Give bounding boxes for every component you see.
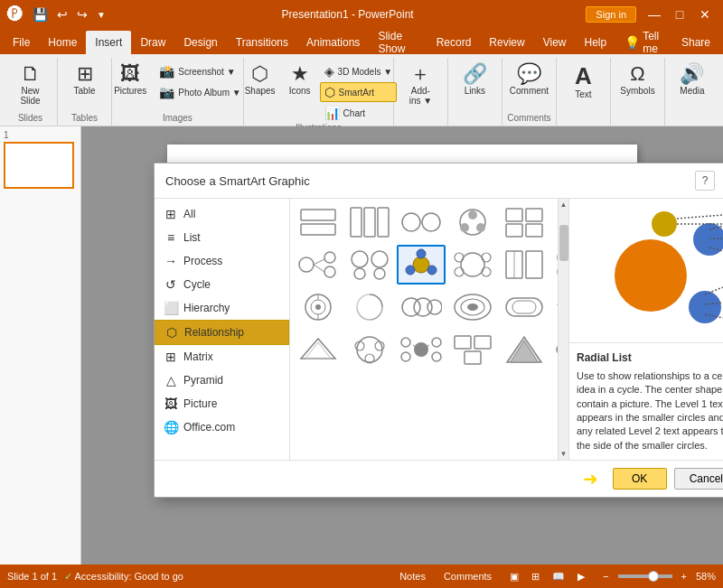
shape-item-6[interactable] (551, 202, 558, 242)
symbols-btn[interactable]: Ω Symbols (615, 61, 659, 98)
tab-review[interactable]: Review (480, 31, 533, 54)
chart-btn[interactable]: 📊 Chart (320, 103, 397, 123)
shape-item-23[interactable] (345, 330, 394, 369)
media-btn[interactable]: 🔊 Media (675, 61, 709, 98)
shape-item-12[interactable] (500, 245, 549, 285)
category-cycle[interactable]: ↺ Cycle (155, 273, 289, 296)
category-picture[interactable]: 🖼 Picture (155, 392, 289, 415)
comment-btn[interactable]: 💬 Comment (505, 61, 553, 98)
shape-item-3[interactable] (397, 202, 446, 242)
cancel-btn[interactable]: Cancel (674, 468, 723, 490)
shape-item-13[interactable] (551, 245, 558, 285)
close-btn[interactable]: ✕ (694, 5, 716, 23)
tab-slideshow[interactable]: Slide Show (369, 31, 427, 54)
shapes-scrollbar[interactable]: ▲ ▼ (558, 199, 568, 460)
svg-point-9 (460, 223, 469, 232)
notes-btn[interactable]: Notes (394, 569, 431, 583)
screenshot-btn[interactable]: 📸 Screenshot ▼ (155, 61, 245, 81)
category-pyramid[interactable]: △ Pyramid (155, 369, 289, 392)
svg-point-30 (427, 266, 437, 275)
shape-item-8[interactable] (294, 245, 343, 285)
dialog-close-btn[interactable]: ✕ (718, 171, 723, 191)
category-hierarchy[interactable]: ⬜ Hierarchy (155, 296, 289, 320)
shape-item-20[interactable] (551, 287, 558, 327)
customize-qat-btn[interactable]: ▼ (93, 8, 109, 22)
pictures-btn[interactable]: 🖼 Pictures (109, 61, 151, 98)
tab-design[interactable]: Design (174, 31, 226, 54)
zoom-in-btn[interactable]: + (676, 569, 692, 583)
addins-btn[interactable]: ＋ Add-ins ▼ (404, 61, 437, 108)
tab-home[interactable]: Home (39, 31, 86, 54)
links-btn[interactable]: 🔗 Links (458, 61, 492, 98)
tab-record[interactable]: Record (427, 31, 481, 54)
shape-item-1[interactable] (294, 202, 343, 242)
text-btn[interactable]: A Text (567, 61, 599, 102)
tab-tellme[interactable]: 💡Tell me (615, 31, 672, 54)
tab-share[interactable]: Share (672, 31, 719, 54)
undo-btn[interactable]: ↩ (53, 5, 71, 23)
icons-btn[interactable]: ★ Icons (284, 61, 316, 98)
svg-rect-11 (506, 209, 522, 221)
minimize-btn[interactable]: — (643, 5, 665, 23)
shape-item-4[interactable] (448, 202, 497, 242)
ribbon-group-addins: ＋ Add-ins ▼ (394, 58, 448, 126)
category-matrix[interactable]: ⊞ Matrix (155, 345, 289, 369)
table-btn[interactable]: ⊞ All Table (69, 61, 101, 98)
shape-item-10[interactable] (397, 245, 446, 285)
app-area: 1 Choose a SmartArt Graphic ? ✕ (0, 126, 723, 565)
shape-item-5[interactable] (500, 202, 549, 242)
category-relationship[interactable]: ⬡ Relationship (155, 320, 289, 345)
svg-rect-12 (526, 209, 542, 221)
tab-animations[interactable]: Animations (297, 31, 369, 54)
category-all[interactable]: ⊞ All (155, 202, 289, 226)
slide-thumbnail[interactable] (4, 142, 74, 189)
ribbon-group-text: A Text (557, 58, 611, 126)
slide-sorter-btn[interactable]: ⊞ (526, 569, 545, 584)
tab-view[interactable]: View (534, 31, 576, 54)
shape-item-19[interactable] (500, 287, 549, 327)
shape-item-15[interactable] (294, 287, 343, 327)
signin-btn[interactable]: Sign in (586, 6, 636, 23)
redo-btn[interactable]: ↪ (73, 5, 91, 23)
shape-item-9[interactable] (345, 245, 394, 285)
scroll-up-btn[interactable]: ▲ (559, 199, 568, 210)
svg-point-6 (422, 213, 440, 231)
shape-item-26[interactable] (500, 330, 549, 369)
tab-file[interactable]: File (4, 31, 39, 54)
scroll-thumb[interactable] (559, 225, 568, 261)
shapes-btn[interactable]: ⬡ Shapes (240, 61, 280, 98)
category-picture-icon: 🖼 (164, 397, 178, 411)
zoom-out-btn[interactable]: − (597, 569, 614, 583)
tab-help[interactable]: Help (576, 31, 616, 54)
tab-transitions[interactable]: Transitions (227, 31, 297, 54)
shape-item-22[interactable] (294, 330, 343, 369)
new-slide-btn[interactable]: 🗋 NewSlide (14, 61, 47, 108)
tab-draw[interactable]: Draw (131, 31, 174, 54)
reading-view-btn[interactable]: 📖 (547, 569, 570, 584)
maximize-btn[interactable]: □ (669, 5, 690, 23)
comments-btn[interactable]: Comments (438, 569, 497, 583)
save-btn[interactable]: 💾 (29, 5, 52, 23)
svg-rect-3 (364, 208, 375, 237)
shape-item-18[interactable] (448, 287, 497, 327)
shape-item-25[interactable] (448, 330, 497, 369)
shape-item-27[interactable] (551, 330, 558, 369)
shape-item-16[interactable] (345, 287, 394, 327)
category-list[interactable]: ≡ List (155, 226, 289, 249)
category-office[interactable]: 🌐 Office.com (155, 415, 289, 439)
shape-item-24[interactable] (397, 330, 446, 369)
3d-models-btn[interactable]: ◈ 3D Models ▼ (320, 61, 397, 81)
normal-view-btn[interactable]: ▣ (504, 569, 524, 584)
photo-album-btn[interactable]: 📷 Photo Album ▼ (155, 82, 245, 102)
shape-item-17[interactable] (397, 287, 446, 327)
scroll-down-btn[interactable]: ▼ (559, 448, 568, 460)
dialog-help-btn[interactable]: ? (695, 171, 715, 191)
category-process[interactable]: → Process (155, 249, 289, 273)
svg-point-64 (357, 337, 382, 362)
tab-insert[interactable]: Insert (86, 31, 131, 54)
slideshow-btn[interactable]: ▶ (572, 569, 590, 584)
ok-btn[interactable]: OK (613, 468, 667, 490)
smartart-btn[interactable]: ⬡ SmartArt (320, 82, 397, 102)
shape-item-2[interactable] (345, 202, 394, 242)
shape-item-11[interactable] (448, 245, 497, 285)
